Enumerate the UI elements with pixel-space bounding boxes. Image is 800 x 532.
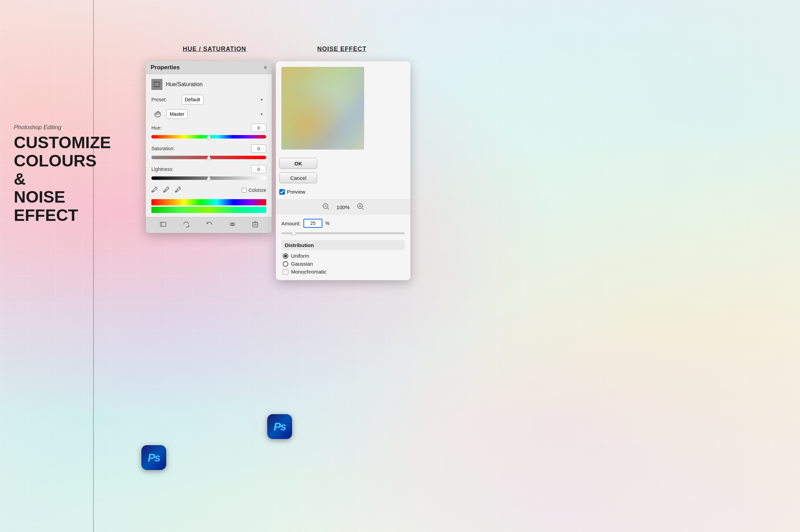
visibility-icon[interactable] — [229, 221, 236, 229]
sat-value[interactable]: 0 — [251, 144, 266, 153]
properties-panel: Properties ≡ Hue/Saturation Preset: Defa… — [146, 61, 272, 233]
hue-slider-row: Hue: 0 — [151, 124, 266, 140]
gaussian-radio-row[interactable]: Gaussian — [281, 261, 405, 267]
preset-row: Preset: Default ▼ — [151, 95, 266, 104]
monochromatic-checkbox[interactable] — [283, 269, 288, 275]
amount-section: Amount: % — [276, 215, 410, 236]
noise-preview-image — [281, 67, 364, 150]
panel-title: Properties — [151, 64, 180, 71]
svg-rect-8 — [160, 222, 166, 226]
channel-select-wrapper: Master ▼ — [167, 109, 266, 119]
rainbow-strip-2 — [151, 207, 266, 213]
subtitle: Photoshop Editing — [14, 124, 83, 131]
preset-select-wrapper: Default ▼ — [182, 95, 266, 104]
preview-checkbox[interactable] — [279, 189, 285, 195]
reset-icon[interactable] — [206, 221, 213, 229]
distribution-title: Distribution — [281, 240, 405, 250]
hue-sat-header: Hue/Saturation — [151, 79, 266, 90]
hue-track-container[interactable] — [151, 133, 266, 140]
light-value[interactable]: 0 — [251, 165, 266, 173]
svg-text:−: − — [177, 188, 178, 191]
svg-point-5 — [163, 191, 165, 192]
hue-label-row: Hue: 0 — [151, 124, 266, 132]
ps-badge-left: Ps — [141, 445, 166, 470]
title-line3: NOISE EFFECT — [14, 188, 78, 224]
light-track — [151, 176, 266, 180]
light-track-container[interactable] — [151, 175, 266, 182]
preset-select[interactable]: Default — [182, 95, 203, 104]
svg-point-11 — [231, 224, 233, 225]
sat-thumb[interactable] — [207, 155, 211, 160]
hand-icon[interactable] — [151, 108, 164, 120]
amount-slider[interactable] — [281, 231, 405, 236]
zoom-in-button[interactable] — [357, 203, 364, 212]
monochromatic-row: Monochromatic — [281, 269, 405, 275]
preview-label: Preview — [287, 189, 305, 195]
gaussian-radio[interactable] — [283, 261, 288, 267]
eyedropper-group: + − — [151, 186, 182, 194]
uniform-label: Uniform — [291, 253, 309, 259]
left-panel: Photoshop Editing CUSTOMIZE COLOURS & NO… — [14, 124, 83, 225]
divider-line — [93, 0, 94, 532]
title-line1: CUSTOMIZE — [14, 133, 111, 152]
clip-icon[interactable] — [160, 221, 167, 229]
eyedropper-section: + − Colorize — [151, 186, 266, 194]
amount-slider-track — [281, 232, 405, 234]
eyedropper-btn-2[interactable]: + — [163, 186, 170, 194]
colorize-checkbox[interactable] — [242, 188, 247, 193]
delete-icon[interactable] — [252, 221, 258, 229]
zoom-value: 100% — [337, 204, 350, 210]
column-label-noise: NOISE EFFECT — [317, 45, 367, 53]
column-label-hue: HUE / SATURATION — [183, 45, 246, 53]
sat-track-container[interactable] — [151, 154, 266, 161]
sat-label-row: Saturation: 0 — [151, 144, 266, 153]
hue-sat-label: Hue/Saturation — [166, 81, 203, 88]
zoom-row: 100% — [276, 200, 410, 215]
panel-body: Hue/Saturation Preset: Default ▼ — [146, 74, 272, 213]
svg-rect-1 — [154, 83, 159, 84]
gaussian-label: Gaussian — [291, 261, 313, 267]
amount-label: Amount: — [281, 221, 301, 226]
hue-track — [151, 135, 266, 139]
sat-track — [151, 156, 266, 159]
main-title: CUSTOMIZE COLOURS & NOISE EFFECT — [14, 134, 83, 225]
svg-line-24 — [362, 208, 363, 209]
hue-thumb[interactable] — [207, 134, 211, 139]
colorize-row: Colorize — [242, 187, 266, 193]
percent-sign: % — [325, 221, 329, 226]
amount-row: Amount: % — [281, 219, 405, 228]
distribution-section: Distribution Uniform Gaussian Monochroma… — [276, 240, 410, 280]
svg-point-3 — [152, 191, 153, 192]
hue-label: Hue: — [151, 125, 162, 131]
preview-checkbox-row: Preview — [279, 189, 317, 195]
rainbow-strip-1 — [151, 199, 266, 205]
light-thumb[interactable] — [207, 176, 211, 181]
layer-icon — [151, 79, 162, 90]
light-label-row: Lightness: 0 — [151, 165, 266, 173]
svg-line-20 — [328, 208, 329, 209]
sat-slider-row: Saturation: 0 — [151, 144, 266, 161]
channel-select-arrow: ▼ — [260, 112, 263, 116]
panel-header: Properties ≡ — [146, 61, 272, 74]
channel-select[interactable]: Master — [167, 109, 188, 119]
hue-value[interactable]: 0 — [251, 124, 266, 132]
noise-panel-content: OK Cancel Preview — [276, 61, 410, 200]
svg-text:+: + — [165, 188, 167, 191]
svg-rect-0 — [154, 82, 160, 87]
ok-button[interactable]: OK — [279, 158, 317, 169]
light-slider-row: Lightness: 0 — [151, 165, 266, 182]
eyedropper-btn-3[interactable]: − — [175, 186, 182, 194]
eyedropper-btn-1[interactable] — [151, 186, 158, 194]
sat-label: Saturation: — [151, 146, 175, 151]
cancel-button[interactable]: Cancel — [279, 172, 317, 183]
amount-input[interactable] — [303, 219, 322, 228]
eye-refresh-icon[interactable] — [183, 221, 190, 229]
panel-menu-icon[interactable]: ≡ — [264, 64, 267, 71]
uniform-radio-row[interactable]: Uniform — [281, 253, 405, 259]
colorize-label: Colorize — [249, 187, 266, 193]
noise-panel: OK Cancel Preview 100% — [276, 61, 410, 280]
panel-footer — [146, 217, 272, 233]
zoom-out-button[interactable] — [322, 203, 330, 212]
uniform-radio[interactable] — [283, 253, 288, 259]
ps-badge-right: Ps — [267, 414, 292, 439]
